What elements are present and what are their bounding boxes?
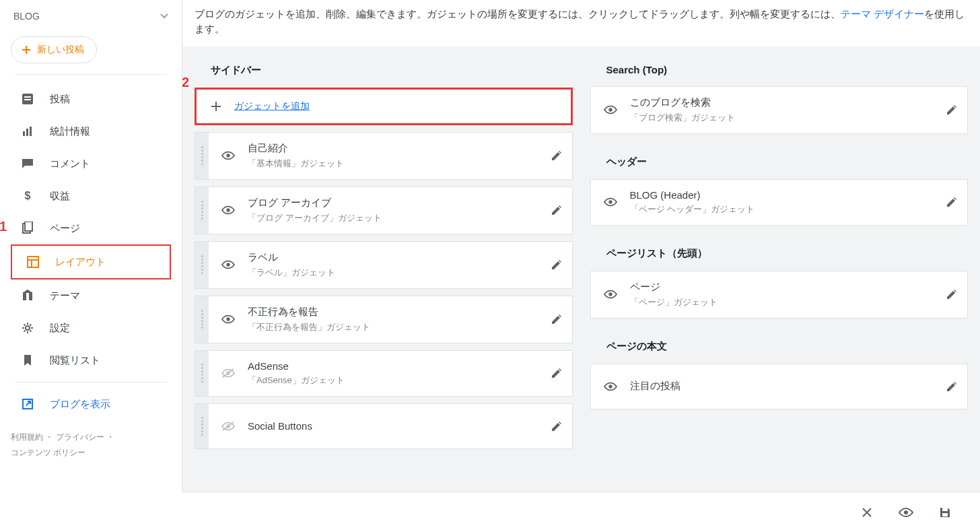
save-button[interactable]: [938, 506, 952, 519]
nav-list: 投稿 統計情報 コメント $収益 1 ページ レイアウト テーマ 設定 閲覧リス…: [0, 83, 182, 420]
drag-handle[interactable]: [195, 133, 209, 179]
description: ブログのガジェットを追加、削除、編集できます。ガジェットの場所を変更するには、ク…: [182, 0, 980, 46]
new-post-button[interactable]: 新しい投稿: [11, 36, 97, 63]
layout-icon: [26, 255, 40, 269]
nav-pages[interactable]: ページ: [7, 212, 175, 244]
section-title: ページの本文: [590, 337, 969, 364]
gadget-card[interactable]: 注目の投稿: [590, 364, 969, 409]
svg-rect-5: [30, 127, 32, 136]
close-icon: [860, 506, 874, 519]
gadget-subtitle: 「ページ」ガジェット: [630, 296, 925, 308]
gadget-title: 不正行為を報告: [248, 306, 529, 319]
gadget-card[interactable]: AdSense 「AdSense」ガジェット: [195, 350, 573, 397]
nav-comments[interactable]: コメント: [7, 147, 175, 180]
eye-off-icon[interactable]: [221, 420, 236, 432]
svg-rect-1: [24, 96, 31, 98]
gadget-card[interactable]: Social Buttons: [195, 403, 573, 449]
edit-button[interactable]: [541, 187, 572, 234]
pages-icon: [21, 222, 34, 235]
gadget-card[interactable]: このブログを検索 「ブログ検索」ガジェット: [590, 86, 969, 134]
blog-selector[interactable]: BLOG: [0, 0, 182, 28]
eye-icon[interactable]: [221, 149, 236, 162]
edit-button[interactable]: [936, 271, 967, 318]
gadget-card[interactable]: ページ 「ページ」ガジェット: [590, 271, 969, 319]
divider: [15, 382, 167, 383]
theme-designer-link[interactable]: テーマ デザイナー: [841, 9, 924, 20]
drag-handle[interactable]: [195, 351, 209, 396]
open-icon: [21, 397, 34, 411]
gadget-title: 注目の投稿: [630, 380, 925, 393]
drag-handle[interactable]: [195, 187, 209, 234]
eye-icon[interactable]: [221, 313, 236, 325]
drag-handle[interactable]: [195, 404, 209, 448]
section-title: ヘッダー: [590, 153, 969, 179]
edit-button[interactable]: [541, 242, 572, 288]
gadget-card[interactable]: 自己紹介 「基本情報」ガジェット: [195, 132, 573, 180]
gadget-subtitle: 「不正行為を報告」ガジェット: [248, 321, 529, 333]
nav-layout[interactable]: レイアウト: [12, 246, 170, 278]
eye-icon[interactable]: [221, 259, 236, 271]
edit-button[interactable]: [936, 87, 967, 133]
bookmark-icon: [21, 354, 34, 367]
svg-point-23: [608, 201, 612, 204]
sidebar: BLOG 新しい投稿 投稿 統計情報 コメント $収益 1 ページ レイアウト …: [0, 0, 182, 532]
svg-rect-28: [942, 513, 948, 517]
gadget-title: ページ: [630, 281, 925, 294]
svg-rect-4: [26, 129, 28, 136]
eye-icon[interactable]: [603, 196, 618, 208]
annotation-highlight-layout: レイアウト: [11, 244, 171, 279]
eye-icon: [898, 506, 914, 519]
edit-button[interactable]: [541, 296, 572, 343]
gadget-card[interactable]: 不正行為を報告 「不正行為を報告」ガジェット: [195, 296, 573, 343]
preview-button[interactable]: [898, 506, 914, 519]
bottom-bar: [182, 492, 980, 532]
drag-handle[interactable]: [195, 242, 209, 288]
edit-button[interactable]: [541, 133, 572, 179]
svg-point-22: [608, 108, 612, 112]
gadget-subtitle: 「ブログ検索」ガジェット: [630, 112, 925, 124]
eye-icon[interactable]: [221, 204, 236, 216]
nav-reading-list[interactable]: 閲覧リスト: [7, 344, 175, 376]
save-icon: [938, 506, 952, 519]
edit-button[interactable]: [541, 351, 572, 396]
annotation-badge-1: 1: [0, 219, 7, 234]
gear-icon: [21, 321, 34, 335]
nav-theme[interactable]: テーマ: [7, 279, 175, 312]
gadget-title: 自己紹介: [248, 142, 529, 155]
main: ブログのガジェットを追加、削除、編集できます。ガジェットの場所を変更するには、ク…: [182, 0, 980, 532]
nav-view-blog[interactable]: ブログを表示: [7, 388, 175, 420]
gadget-subtitle: 「ページ ヘッダー」ガジェット: [630, 203, 925, 215]
gadget-title: Social Buttons: [248, 420, 529, 432]
eye-icon[interactable]: [603, 104, 618, 116]
svg-point-25: [608, 385, 612, 388]
nav-earnings[interactable]: $収益: [7, 180, 175, 212]
svg-text:$: $: [25, 190, 31, 201]
close-button[interactable]: [860, 506, 874, 519]
gadget-title: ブログ アーカイブ: [248, 197, 529, 209]
gadget-subtitle: 「ブログ アーカイブ」ガジェット: [248, 212, 529, 224]
gadget-card[interactable]: BLOG (Header) 「ページ ヘッダー」ガジェット: [590, 179, 969, 226]
footer-line2[interactable]: コンテンツ ポリシー: [11, 445, 171, 461]
eye-icon[interactable]: [603, 380, 618, 393]
eye-icon[interactable]: [603, 288, 618, 300]
svg-point-12: [26, 326, 30, 330]
nav-settings[interactable]: 設定: [7, 312, 175, 344]
gadget-card[interactable]: ラベル 「ラベル」ガジェット: [195, 241, 573, 289]
add-gadget-button[interactable]: 2 ガジェットを追加: [195, 88, 573, 125]
svg-rect-3: [23, 131, 25, 136]
footer-links: 利用規約 ・ プライバシー ・ コンテンツ ポリシー: [0, 420, 182, 470]
edit-button[interactable]: [936, 364, 967, 409]
content-area: サイドバー 2 ガジェットを追加 自己紹介 「基本情報」ガジェット ブログ アー…: [182, 46, 980, 532]
nav-posts[interactable]: 投稿: [7, 83, 175, 115]
chevron-down-icon: [160, 13, 168, 19]
gadget-card[interactable]: ブログ アーカイブ 「ブログ アーカイブ」ガジェット: [195, 187, 573, 234]
footer-line1[interactable]: 利用規約 ・ プライバシー ・: [11, 430, 171, 445]
edit-button[interactable]: [541, 404, 572, 448]
edit-button[interactable]: [936, 180, 967, 225]
section-title: Search (Top): [590, 61, 969, 86]
gadget-subtitle: 「AdSense」ガジェット: [248, 374, 529, 387]
svg-point-17: [226, 318, 230, 321]
nav-stats[interactable]: 統計情報: [7, 115, 175, 147]
eye-off-icon[interactable]: [221, 367, 236, 379]
drag-handle[interactable]: [195, 296, 209, 343]
